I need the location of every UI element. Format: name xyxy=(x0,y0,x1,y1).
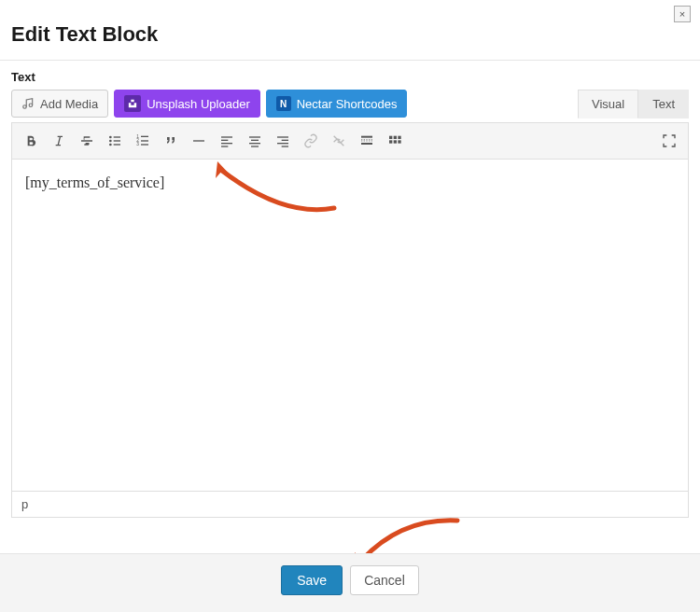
media-button-row: Add Media Unsplash Uploader N Nectar Sho… xyxy=(11,90,689,118)
close-button[interactable]: × xyxy=(674,6,691,22)
svg-rect-18 xyxy=(221,146,228,146)
align-right-icon[interactable] xyxy=(270,128,296,154)
tab-text[interactable]: Text xyxy=(638,90,689,118)
field-label: Text xyxy=(11,70,689,84)
svg-rect-26 xyxy=(282,146,288,146)
svg-rect-7 xyxy=(114,144,120,145)
svg-rect-14 xyxy=(193,140,204,141)
svg-rect-16 xyxy=(221,140,228,141)
svg-rect-15 xyxy=(221,136,232,137)
italic-icon[interactable] xyxy=(46,128,72,154)
nectar-label: Nectar Shortcodes xyxy=(297,97,398,111)
svg-point-4 xyxy=(109,144,112,146)
music-note-icon xyxy=(21,97,35,110)
editor-text: [my_terms_of_service] xyxy=(25,174,164,191)
annotation-arrow-top xyxy=(199,152,348,227)
cancel-button[interactable]: Cancel xyxy=(350,565,419,595)
edit-text-block-modal: × Edit Text Block Text Add Media Unsplas… xyxy=(0,0,700,612)
svg-point-2 xyxy=(109,136,112,139)
svg-text:3: 3 xyxy=(136,142,139,146)
unsplash-label: Unsplash Uploader xyxy=(147,97,250,111)
add-media-label: Add Media xyxy=(40,97,98,111)
bullet-list-icon[interactable] xyxy=(102,128,128,154)
svg-rect-21 xyxy=(249,143,260,144)
nectar-icon: N xyxy=(276,96,291,111)
toolbar-toggle-icon[interactable] xyxy=(382,128,408,154)
modal-footer: Save Cancel xyxy=(0,553,700,612)
modal-content: Text Add Media Unsplash Uploader N Necta… xyxy=(0,61,700,518)
strikethrough-icon[interactable] xyxy=(74,128,100,154)
svg-rect-34 xyxy=(389,140,392,143)
tab-visual[interactable]: Visual xyxy=(578,90,638,118)
editor-tabs: Visual Text xyxy=(578,90,689,118)
unsplash-icon xyxy=(124,95,141,112)
editor-content-area[interactable]: [my_terms_of_service] xyxy=(12,160,688,491)
svg-point-3 xyxy=(109,140,112,143)
editor-toolbar: 123 xyxy=(12,123,688,160)
add-media-button[interactable]: Add Media xyxy=(11,90,108,118)
svg-rect-11 xyxy=(141,136,148,137)
editor-status-bar: p xyxy=(12,491,688,517)
svg-rect-23 xyxy=(277,136,288,137)
svg-rect-33 xyxy=(398,136,400,139)
unsplash-uploader-button[interactable]: Unsplash Uploader xyxy=(114,90,260,118)
svg-rect-5 xyxy=(114,136,120,137)
svg-rect-12 xyxy=(141,140,148,141)
svg-rect-25 xyxy=(277,143,288,144)
svg-rect-24 xyxy=(282,140,288,141)
status-path: p xyxy=(21,497,28,511)
nectar-shortcodes-button[interactable]: N Nectar Shortcodes xyxy=(266,90,408,118)
svg-rect-30 xyxy=(361,143,372,145)
align-center-icon[interactable] xyxy=(242,128,268,154)
svg-rect-22 xyxy=(251,146,259,146)
svg-rect-6 xyxy=(114,140,120,141)
blockquote-icon[interactable] xyxy=(158,128,184,154)
save-button[interactable]: Save xyxy=(281,565,343,595)
numbered-list-icon[interactable]: 123 xyxy=(130,128,156,154)
svg-rect-35 xyxy=(394,140,397,143)
svg-rect-31 xyxy=(389,136,392,139)
svg-rect-32 xyxy=(394,136,397,139)
horizontal-rule-icon[interactable] xyxy=(186,128,212,154)
fullscreen-icon[interactable] xyxy=(656,128,682,154)
svg-rect-29 xyxy=(361,140,372,141)
svg-rect-13 xyxy=(141,144,148,145)
link-icon xyxy=(298,128,324,154)
svg-point-1 xyxy=(29,104,33,107)
unlink-icon xyxy=(326,128,352,154)
read-more-icon[interactable] xyxy=(354,128,380,154)
bold-icon[interactable] xyxy=(18,128,44,154)
svg-rect-20 xyxy=(251,140,259,141)
svg-rect-36 xyxy=(398,140,400,143)
modal-title: Edit Text Block xyxy=(11,22,689,47)
svg-rect-19 xyxy=(249,136,260,137)
svg-point-0 xyxy=(23,105,27,109)
modal-header: Edit Text Block xyxy=(0,0,700,60)
editor-wrapper: 123 [my_terms_of_service] xyxy=(11,122,689,518)
svg-rect-17 xyxy=(221,143,232,144)
align-left-icon[interactable] xyxy=(214,128,240,154)
svg-rect-28 xyxy=(361,136,372,138)
